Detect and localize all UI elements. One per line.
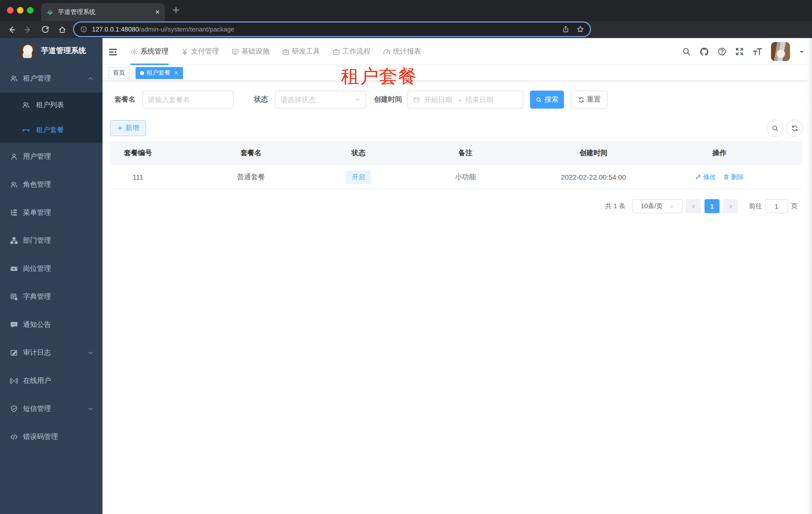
status-badge: 开启 xyxy=(347,170,371,184)
sidebar-item-notice[interactable]: 通知公告 xyxy=(0,311,103,339)
favicon-sprout-icon xyxy=(46,8,54,16)
sidebar-item-menu-management[interactable]: 菜单管理 xyxy=(0,199,103,227)
sidebar: 芋道管理系统 租户管理 租 xyxy=(0,38,103,514)
sidebar-item-sms-management[interactable]: 短信管理 xyxy=(0,395,103,423)
nav-item-infra[interactable]: 基础设施 xyxy=(232,38,269,65)
sidebar-item-tenant-management[interactable]: 租户管理 xyxy=(0,64,103,92)
app-title: 芋道管理系统 xyxy=(41,46,86,55)
app-logo xyxy=(19,43,35,58)
next-page-button[interactable] xyxy=(723,199,738,213)
cell-package-id: 111 xyxy=(110,165,166,189)
status-select[interactable] xyxy=(275,90,366,109)
sidebar-item-role-management[interactable]: 角色管理 xyxy=(0,171,103,199)
show-search-toggle-button[interactable] xyxy=(766,119,783,137)
sidebar-item-dict-management[interactable]: 字典管理 xyxy=(0,283,103,311)
online-broadcast-icon xyxy=(10,377,18,385)
fullscreen-icon[interactable] xyxy=(735,47,744,56)
font-size-icon[interactable] xyxy=(753,47,762,56)
user-icon xyxy=(10,153,18,161)
sidebar-fold-icon[interactable] xyxy=(109,48,117,57)
home-icon[interactable] xyxy=(56,24,68,35)
sidebar-item-label: 租户列表 xyxy=(36,101,64,110)
tab-close-icon[interactable] xyxy=(155,9,160,15)
chevron-down-icon xyxy=(354,97,360,103)
sidebar-item-error-code[interactable]: 错误码管理 xyxy=(0,423,103,451)
reset-button[interactable]: 重置 xyxy=(571,90,608,109)
nav-item-label: 统计报表 xyxy=(393,47,421,56)
goto-label: 前往 xyxy=(749,202,762,211)
sidebar-item-tenant-list[interactable]: 租户列表 xyxy=(0,92,103,117)
app-header: 系统管理 支付管理 基础设施 xyxy=(103,38,812,65)
add-button[interactable]: 新增 xyxy=(110,120,146,136)
sidebar-item-audit-log[interactable]: 审计日志 xyxy=(0,339,103,367)
avatar-caret-icon[interactable] xyxy=(799,48,805,55)
filter-status-label: 状态 xyxy=(254,95,268,104)
sidebar-item-post-management[interactable]: 岗位管理 xyxy=(0,255,103,283)
app-logo-row[interactable]: 芋道管理系统 xyxy=(0,38,103,63)
package-name-input[interactable] xyxy=(143,90,233,109)
cell-status: 开启 xyxy=(336,165,381,189)
help-icon[interactable] xyxy=(718,47,726,56)
sidebar-item-label: 审计日志 xyxy=(23,348,51,357)
app-window: 芋道管理系统 租户管理 租 xyxy=(0,38,812,514)
refresh-table-button[interactable] xyxy=(786,119,803,137)
sidebar-item-online-users[interactable]: 在线用户 xyxy=(0,367,103,395)
nav-item-label: 工作流程 xyxy=(343,47,371,56)
monitor-icon xyxy=(232,48,239,55)
url-path: /admin-ui/system/tenant/package xyxy=(139,26,234,33)
column-header: 备注 xyxy=(381,141,550,165)
tag-label: 首页 xyxy=(113,69,125,77)
sidebar-item-dept-management[interactable]: 部门管理 xyxy=(0,227,103,255)
nav-item-report[interactable]: 统计报表 xyxy=(383,38,421,65)
nav-item-payment[interactable]: 支付管理 xyxy=(181,38,219,65)
top-navigation: 系统管理 支付管理 基础设施 xyxy=(130,38,421,65)
prev-page-button[interactable] xyxy=(686,199,701,213)
yen-icon xyxy=(181,48,188,55)
tag-tenant-package[interactable]: 租户套餐 xyxy=(136,67,183,79)
gauge-icon xyxy=(383,48,390,55)
sidebar-item-label: 字典管理 xyxy=(23,292,51,301)
reload-icon[interactable] xyxy=(39,24,51,35)
delete-link[interactable]: 删除 xyxy=(723,172,744,182)
zoom-window-button[interactable] xyxy=(27,7,33,13)
github-icon[interactable] xyxy=(699,47,709,56)
tag-label: 租户套餐 xyxy=(146,69,171,77)
sidebar-submenu-tenant: 租户列表 租户套餐 xyxy=(0,92,103,143)
share-icon[interactable] xyxy=(562,26,570,33)
edit-link[interactable]: 修改 xyxy=(695,172,716,182)
new-tab-button[interactable] xyxy=(172,6,180,14)
page-size-select[interactable]: 10条/页 xyxy=(633,199,683,213)
edit-log-icon xyxy=(10,349,18,357)
tag-close-icon[interactable] xyxy=(174,71,178,75)
sidebar-item-label: 菜单管理 xyxy=(23,208,51,217)
current-page-button[interactable]: 1 xyxy=(704,199,720,213)
search-button-label: 搜索 xyxy=(545,95,558,104)
bookmark-star-icon[interactable] xyxy=(577,26,584,33)
sidebar-item-label: 租户套餐 xyxy=(36,126,64,135)
sidebar-item-user-management[interactable]: 用户管理 xyxy=(0,143,103,171)
shield-check-icon xyxy=(10,405,18,413)
browser-tab[interactable]: 芋道管理系统 xyxy=(41,3,165,21)
search-icon[interactable] xyxy=(682,47,691,56)
goto-page-input[interactable] xyxy=(765,199,788,213)
page-scrollbar[interactable] xyxy=(808,38,812,514)
date-range-picker[interactable]: - xyxy=(407,90,523,109)
active-dot-icon xyxy=(140,71,144,75)
user-avatar[interactable] xyxy=(771,42,790,61)
minimize-window-button[interactable] xyxy=(17,7,24,13)
code-icon xyxy=(10,433,18,441)
sidebar-item-tenant-package[interactable]: 租户套餐 xyxy=(0,117,103,143)
nav-item-devtools[interactable]: 研发工具 xyxy=(282,38,320,65)
tag-home[interactable]: 首页 xyxy=(109,67,129,79)
forward-icon[interactable] xyxy=(22,24,34,35)
search-button[interactable]: 搜索 xyxy=(530,90,564,109)
url-bar[interactable]: 127.0.0.1:48080/admin-ui/system/tenant/p… xyxy=(74,23,590,36)
sidebar-item-label: 在线用户 xyxy=(23,376,51,385)
back-icon[interactable] xyxy=(5,24,17,35)
nav-item-workflow[interactable]: 工作流程 xyxy=(332,38,371,65)
nav-item-system[interactable]: 系统管理 xyxy=(130,38,169,65)
close-window-button[interactable] xyxy=(7,7,13,13)
site-info-icon[interactable] xyxy=(80,26,87,33)
delete-label: 删除 xyxy=(731,172,744,182)
table-header-row: 套餐编号 套餐名 状态 备注 创建时间 操作 xyxy=(110,141,802,165)
